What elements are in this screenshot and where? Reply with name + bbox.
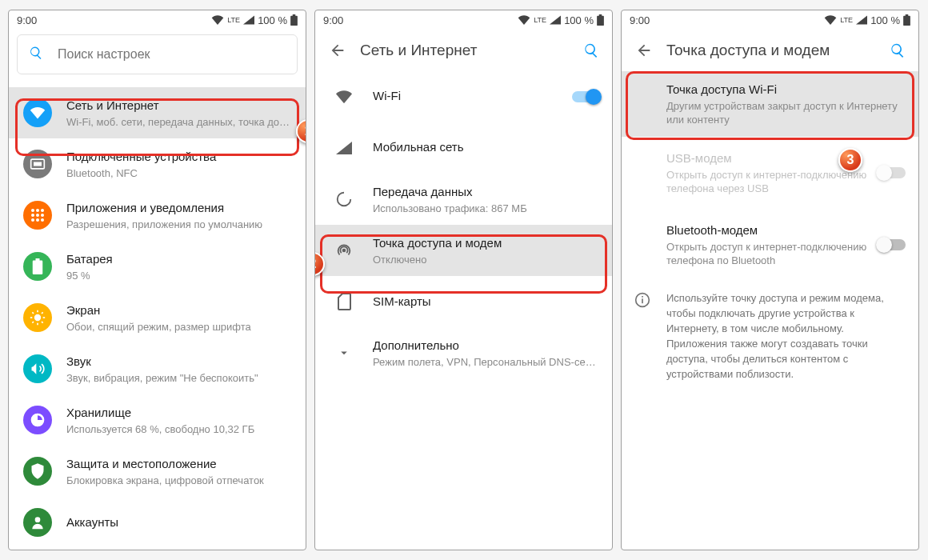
row-bt-tether[interactable]: Bluetooth-модем Открыть доступ к интерне… [622,209,918,281]
wifi-icon [518,15,530,25]
status-icons: LTE 100 % [824,14,910,26]
svg-rect-24 [642,296,643,298]
signal-icon [326,130,362,166]
row-label: Хранилище [66,405,293,421]
battery-icon [597,14,604,26]
screen-hotspot: 9:00 LTE 100 % Точка доступа и модем Точ… [621,10,919,550]
settings-row[interactable]: Батарея95 % [9,241,306,292]
row-sub: Звук, вибрация, режим "Не беспокоить" [66,371,293,385]
battery-label: 100 % [258,14,287,26]
svg-point-2 [31,209,34,212]
row-label: Приложения и уведомления [66,200,293,216]
status-bar: 9:00 LTE 100 % [315,10,612,30]
row-label: Экран [66,302,293,318]
svg-rect-23 [642,298,643,303]
signal-icon [243,15,254,25]
lte-label: LTE [227,17,240,24]
svg-point-10 [41,218,44,222]
clock: 9:00 [17,14,37,26]
status-bar: 9:00 LTE 100 % [9,10,306,30]
status-bar: 9:00 LTE 100 % [622,10,918,30]
settings-row[interactable]: Подключенные устройстваBluetooth, NFC [9,138,306,190]
battery-icon [290,14,298,26]
svg-point-8 [31,218,34,222]
svg-line-17 [42,322,43,323]
row-sim[interactable]: SIM-карты [315,276,612,327]
settings-row[interactable]: ЭкранОбои, спящий режим, размер шрифта [9,292,306,343]
back-button[interactable] [325,42,350,59]
row-icon [20,95,55,130]
screen-network: 9:00 LTE 100 % Сеть и Интернет Wi-Fi [314,10,613,550]
settings-row[interactable]: ЗвукЗвук, вибрация, режим "Не беспокоить… [9,343,306,394]
bt-toggle[interactable] [878,239,906,250]
battery-label: 100 % [564,14,594,26]
row-icon [20,351,55,386]
row-sub: Bluetooth, NFC [66,166,293,180]
settings-row[interactable]: Приложения и уведомленияРазрешения, прил… [9,190,306,241]
row-label: Точка доступа Wi-Fi [666,82,906,98]
wifi-icon [326,79,362,114]
row-advanced[interactable]: Дополнительно Режим полета, VPN, Персона… [315,327,612,378]
row-sub: Блокировка экрана, цифровой отпечаток [66,474,293,487]
search-settings[interactable] [17,34,298,74]
row-wifi-hotspot[interactable]: Точка доступа Wi-Fi Другим устройствам з… [622,71,918,137]
svg-line-18 [32,322,34,323]
search-button[interactable] [883,42,912,58]
row-icon [20,146,55,182]
back-button[interactable] [631,42,657,59]
row-sub: Открыть доступ к интернет-подключению те… [666,168,878,195]
lte-label: LTE [840,16,853,24]
info-icon [634,290,666,382]
row-label: USB-модем [666,150,878,166]
row-sub: Использовано трафика: 867 МБ [373,202,599,215]
row-label: Звук [66,354,293,370]
wifi-toggle[interactable] [572,91,599,102]
row-sub: Wi-Fi, моб. сети, передача данных, точка… [66,115,293,129]
row-sub: Обои, спящий режим, размер шрифта [66,320,293,334]
clock: 9:00 [323,14,343,26]
toolbar: Сеть и Интернет [315,30,612,71]
row-label: Дополнительно [373,338,599,354]
search-input[interactable] [58,47,286,62]
row-label: Защита и местоположение [66,456,293,472]
row-sub: Режим полета, VPN, Персональный DNS-серв… [373,355,599,369]
wifi-icon [824,15,837,25]
row-mobile[interactable]: Мобильная сеть [315,122,612,174]
signal-icon [550,15,561,25]
row-icon [20,300,55,335]
row-label: Батарея [66,251,293,267]
svg-point-3 [36,209,39,212]
row-hotspot[interactable]: Точка доступа и модем Отключено [315,225,612,276]
svg-point-9 [36,218,39,222]
status-icons: LTE 100 % [518,14,604,26]
row-icon [20,402,55,438]
row-icon [20,505,55,540]
search-button[interactable] [577,42,606,58]
sim-icon [326,284,362,319]
search-icon [29,46,43,63]
svg-rect-1 [34,162,42,166]
screen-settings-root: 9:00 LTE 100 % Сеть и ИнтернетWi-Fi, моб… [8,10,306,550]
row-sub: 95 % [66,269,293,282]
info-body: Используйте точку доступа и режим модема… [666,290,902,382]
svg-line-19 [42,312,43,314]
row-usb-tether: USB-модем Открыть доступ к интернет-подк… [622,137,918,209]
row-label: Аккаунты [66,514,293,530]
row-icon [20,454,55,489]
settings-row[interactable]: Защита и местоположениеБлокировка экрана… [9,446,306,497]
battery-icon [903,14,910,26]
svg-point-21 [342,249,346,253]
row-icon [20,249,55,284]
settings-row[interactable]: Аккаунты [9,497,306,548]
row-wifi[interactable]: Wi-Fi [315,71,612,122]
svg-point-5 [31,214,34,217]
svg-point-6 [36,214,39,217]
settings-row[interactable]: Сеть и ИнтернетWi-Fi, моб. сети, передач… [9,87,306,138]
row-icon [20,198,55,233]
settings-row[interactable]: ХранилищеИспользуется 68 %, свободно 10,… [9,394,306,446]
signal-icon [856,15,867,25]
page-title: Сеть и Интернет [350,42,577,59]
row-data-usage[interactable]: Передача данных Использовано трафика: 86… [315,174,612,225]
page-title: Точка доступа и модем [657,42,883,59]
svg-point-4 [41,209,44,212]
